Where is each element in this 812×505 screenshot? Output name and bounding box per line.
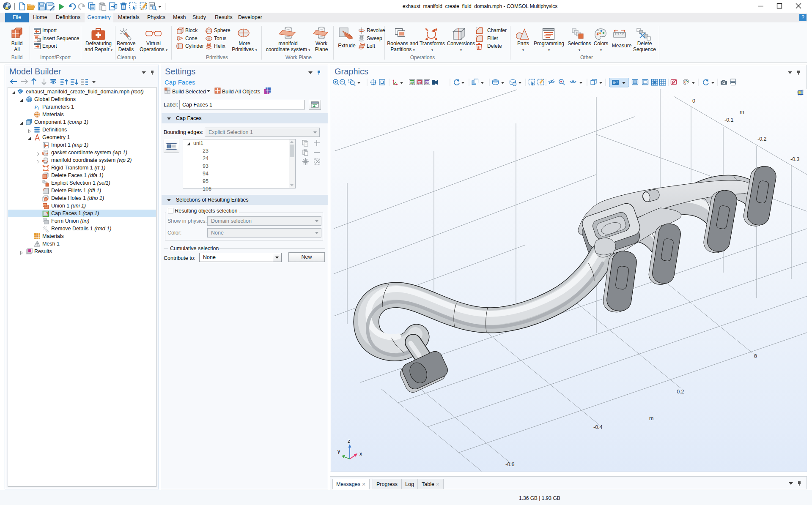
svg-text:-0.2: -0.2 [675,389,684,395]
svg-text:-0.2: -0.2 [757,136,767,142]
svg-text:0: 0 [754,353,757,359]
svg-text:z: z [348,438,350,444]
svg-text:m: m [740,109,744,115]
svg-text:yz: yz [418,81,421,85]
svg-text:P: P [34,104,38,110]
svg-text:-0.4: -0.4 [593,424,603,430]
svg-text:xy: xy [410,81,414,85]
svg-text:-0.6: -0.6 [505,461,515,467]
svg-text:i: i [38,106,39,111]
svg-text:-0.3: -0.3 [790,156,800,162]
svg-text:-0.1: -0.1 [724,117,734,123]
svg-text:0: 0 [692,98,695,104]
svg-text:m: m [649,415,653,421]
svg-text:xz: xz [425,81,429,85]
svg-text:x: x [359,451,362,457]
svg-text:y: y [337,448,340,454]
